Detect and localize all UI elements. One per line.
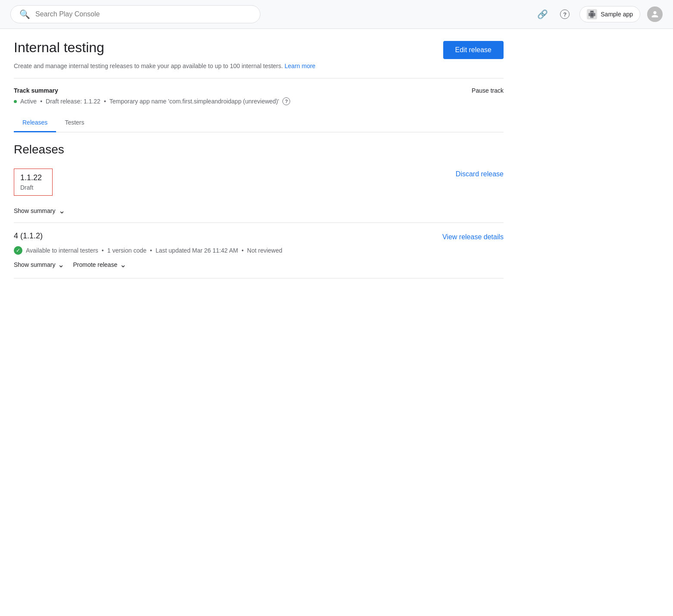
tab-testers[interactable]: Testers xyxy=(56,114,93,132)
promote-release-label: Promote release xyxy=(73,261,117,268)
app-chip-icon xyxy=(587,9,597,19)
release-card-2: 4 (1.1.2) View release details ✓ Availab… xyxy=(14,231,504,276)
release-card-1: 1.1.22 Draft Discard release Show summar… xyxy=(14,169,504,221)
track-status-text: Active xyxy=(20,98,37,105)
show-summary-2-button[interactable]: Show summary ⌄ xyxy=(14,260,64,269)
avatar[interactable] xyxy=(647,6,663,22)
release-status-1: Draft xyxy=(20,184,46,191)
track-status-row: Active • Draft release: 1.1.22 • Tempora… xyxy=(14,97,504,105)
link-icon-button[interactable]: 🔗 xyxy=(535,6,550,22)
separator-1: • xyxy=(40,98,42,105)
release-actions-row: Show summary ⌄ Promote release ⌄ xyxy=(14,260,504,276)
app-name-label: Sample app xyxy=(601,11,633,18)
pause-track-button[interactable]: Pause track xyxy=(472,87,504,94)
release-version-1: 1.1.22 xyxy=(20,173,46,182)
promote-release-button[interactable]: Promote release ⌄ xyxy=(73,260,126,269)
availability-text: Available to internal testers xyxy=(26,247,98,254)
show-summary-1-row[interactable]: Show summary ⌄ xyxy=(14,201,504,221)
discard-release-button[interactable]: Discard release xyxy=(456,169,504,180)
release-version-box: 1.1.22 Draft xyxy=(14,169,53,196)
version-code-text: 1 version code xyxy=(107,247,147,254)
chevron-down-icon-2: ⌄ xyxy=(58,260,64,269)
view-release-details-button[interactable]: View release details xyxy=(442,231,504,243)
page-header: Internal testing Edit release xyxy=(14,39,504,59)
available-check-icon: ✓ xyxy=(14,246,22,255)
tab-releases[interactable]: Releases xyxy=(14,114,56,132)
help-icon-button[interactable]: ? xyxy=(557,6,573,22)
header-divider xyxy=(14,78,504,78)
app-chip[interactable]: Sample app xyxy=(579,6,640,22)
bottom-divider xyxy=(14,278,504,278)
page-title: Internal testing xyxy=(14,39,104,56)
temp-app-name: Temporary app name 'com.first.simpleandr… xyxy=(110,98,279,105)
draft-release-info: Draft release: 1.1.22 xyxy=(46,98,100,105)
chevron-down-icon-3: ⌄ xyxy=(120,260,126,269)
chevron-down-icon-1: ⌄ xyxy=(59,206,65,216)
release-meta-row: ✓ Available to internal testers • 1 vers… xyxy=(14,246,504,255)
release-version-2: 4 (1.1.2) xyxy=(14,231,43,241)
learn-more-link[interactable]: Learn more xyxy=(285,63,316,69)
page-content: Internal testing Edit release Create and… xyxy=(0,29,517,289)
track-summary-row: Track summary Pause track xyxy=(14,87,504,94)
top-bar: 🔍 🔗 ? Sample app xyxy=(0,0,673,29)
edit-release-button[interactable]: Edit release xyxy=(443,41,504,59)
release-card-1-header: 1.1.22 Draft Discard release xyxy=(14,169,504,196)
page-description: Create and manage internal testing relea… xyxy=(14,63,504,69)
release-divider xyxy=(14,222,504,223)
show-summary-1-label: Show summary xyxy=(14,207,55,214)
releases-section-title: Releases xyxy=(14,143,504,156)
last-updated-text: Last updated Mar 26 11:42 AM xyxy=(156,247,238,254)
tabs: Releases Testers xyxy=(14,114,504,132)
link-icon: 🔗 xyxy=(537,9,548,19)
search-bar[interactable]: 🔍 xyxy=(10,5,260,23)
release-card-2-header: 4 (1.1.2) View release details xyxy=(14,231,504,243)
show-summary-2-label: Show summary xyxy=(14,261,55,268)
search-input[interactable] xyxy=(35,10,251,18)
active-status-dot xyxy=(14,100,17,103)
search-icon: 🔍 xyxy=(19,9,30,19)
help-icon: ? xyxy=(560,9,570,19)
top-bar-actions: 🔗 ? Sample app xyxy=(535,6,663,22)
track-summary-label: Track summary xyxy=(14,87,58,94)
separator-2: • xyxy=(104,98,106,105)
help-circle-icon[interactable]: ? xyxy=(282,97,290,105)
review-status-text: Not reviewed xyxy=(247,247,282,254)
